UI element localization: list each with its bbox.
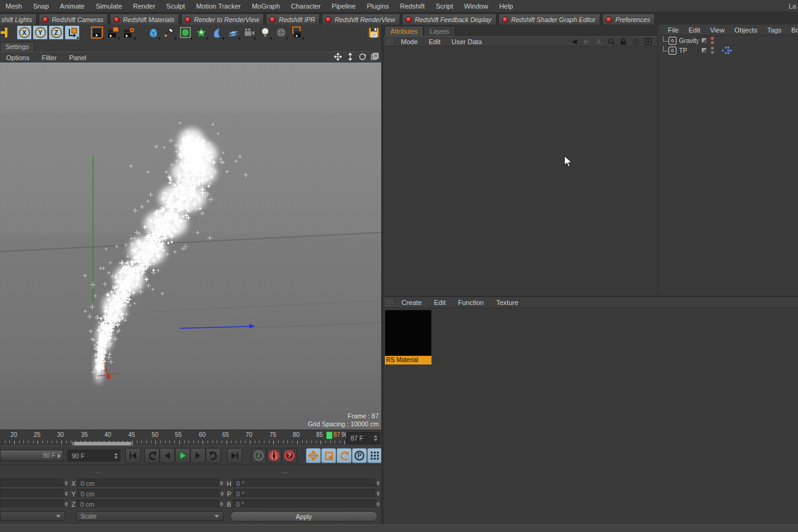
key-scale-toggle[interactable]	[321, 448, 336, 463]
rotation-h-field[interactable]: 0 °	[233, 479, 375, 488]
timeline-ruler[interactable]: 20 25 30 35 40 45 50 55 60 65 70 75 80 8…	[0, 430, 381, 446]
target-icon[interactable]: ◎	[632, 37, 640, 45]
position-z-field[interactable]: 0 cm	[77, 499, 219, 509]
scale-mode-dropdown[interactable]: Scale	[76, 511, 223, 521]
viewport-canvas[interactable]: Frame : 87 Grid Spacing : 10000 cm	[0, 63, 381, 430]
lock-icon[interactable]	[619, 37, 627, 45]
material-thumbnail[interactable]	[385, 310, 432, 356]
object-mode-dropdown[interactable]	[0, 511, 65, 521]
tab-layers[interactable]: Layers	[424, 26, 455, 36]
om-menu-tags[interactable]: Tags	[762, 26, 786, 34]
mat-menu-texture[interactable]: Texture	[490, 299, 524, 306]
rotate-view-icon[interactable]	[358, 52, 366, 61]
lock-y-axis-button[interactable]: Y	[33, 25, 48, 40]
play-button[interactable]	[175, 448, 190, 463]
menu-simulate[interactable]: Simulate	[90, 0, 128, 12]
menu-character[interactable]: Character	[285, 0, 326, 12]
spline-pen-button[interactable]	[161, 25, 177, 40]
position-y-field[interactable]: 0 cm	[77, 489, 219, 498]
tab-preferences[interactable]: Preferences	[602, 13, 655, 25]
timeline-power-slider[interactable]: 90 F	[0, 450, 63, 461]
toggle-view-layout-icon[interactable]	[370, 52, 379, 61]
key-rotation-toggle[interactable]	[336, 448, 352, 463]
tab-redshift-materials[interactable]: Redshift Materials	[110, 13, 179, 25]
end-frame-field[interactable]: 90 F	[68, 450, 120, 461]
key-parameter-toggle[interactable]: P	[352, 448, 367, 463]
light-button[interactable]	[257, 25, 273, 40]
tab-redshift-renderview[interactable]: Redshift RenderView	[322, 13, 400, 25]
render-to-picture-viewer-button[interactable]	[105, 25, 120, 40]
mat-menu-function[interactable]: Function	[452, 299, 490, 306]
frame-field-spinner[interactable]	[374, 435, 378, 441]
tab-attributes[interactable]: Attributes	[384, 26, 424, 36]
apply-button[interactable]: Apply	[230, 511, 378, 522]
previous-frame-button[interactable]	[160, 448, 175, 463]
camera-button[interactable]	[241, 25, 257, 40]
viewport-menu-filter[interactable]: Filter	[36, 54, 63, 61]
menu-mograph[interactable]: MoGraph	[246, 0, 285, 12]
menu-redshift[interactable]: Redshift	[395, 0, 430, 12]
menu-script[interactable]: Script	[430, 0, 459, 12]
preview-range-scrollbar[interactable]	[72, 442, 133, 445]
menu-window[interactable]: Window	[459, 0, 494, 12]
key-position-toggle[interactable]	[306, 448, 321, 463]
menu-motion-tracker[interactable]: Motion Tracker	[190, 0, 246, 12]
next-frame-button[interactable]	[190, 448, 206, 463]
menu-mesh[interactable]: Mesh	[0, 0, 28, 12]
spinner[interactable]	[219, 481, 225, 485]
render-settings-small-button[interactable]	[289, 25, 304, 40]
attr-menu-user-data[interactable]: User Data	[446, 38, 488, 45]
deformer-button[interactable]	[209, 25, 225, 40]
object-row-gravity[interactable]: 0 Gravity	[659, 36, 798, 45]
search-icon[interactable]	[607, 37, 615, 45]
generators-button[interactable]	[193, 25, 209, 40]
history-forward-icon[interactable]: ▶	[583, 37, 591, 45]
spinner[interactable]	[63, 481, 69, 485]
spinner[interactable]	[63, 492, 69, 496]
visibility-dots[interactable]	[711, 47, 714, 54]
add-cube-primitive-button[interactable]	[145, 25, 161, 40]
viewport-menu-options[interactable]: Options	[0, 54, 36, 61]
auto-mode-icon[interactable]: A	[595, 37, 603, 45]
play-forwards-button[interactable]	[206, 448, 221, 463]
coord-extra-field-x[interactable]	[0, 479, 63, 488]
layer-chip[interactable]	[701, 47, 708, 54]
tab-redshift-ipr[interactable]: Redshift IPR	[266, 13, 320, 25]
subdivision-surface-button[interactable]	[177, 25, 193, 40]
menu-pipeline[interactable]: Pipeline	[326, 0, 361, 12]
spinner[interactable]	[375, 502, 381, 506]
rotation-b-field[interactable]: 0 °	[233, 499, 375, 509]
menu-sculpt[interactable]: Sculpt	[161, 0, 191, 12]
panel-grip-icon[interactable]	[386, 38, 394, 45]
tab-redshift-cameras[interactable]: Redshift Cameras	[39, 13, 108, 25]
om-menu-bookmarks[interactable]: Bookmar	[786, 26, 798, 34]
menu-plugins[interactable]: Plugins	[361, 0, 394, 12]
save-button[interactable]	[367, 26, 381, 39]
spinner[interactable]	[63, 502, 69, 506]
layer-chip[interactable]	[701, 37, 708, 44]
keyframe-selection-button[interactable]: ?	[282, 448, 297, 463]
current-frame-field[interactable]: 87 F	[346, 432, 380, 444]
goto-end-button[interactable]	[227, 448, 242, 463]
history-back-icon[interactable]: ◀	[570, 37, 578, 45]
play-backwards-button[interactable]	[144, 448, 160, 463]
om-menu-file[interactable]: File	[663, 26, 684, 34]
menu-help[interactable]: Help	[494, 0, 519, 12]
viewport-settings-tab[interactable]: Settings	[0, 42, 34, 52]
lock-z-axis-button[interactable]: Z	[48, 25, 64, 40]
tab-redshift-lights[interactable]: shift Lights	[0, 13, 37, 25]
autokeying-button[interactable]: ( )	[266, 448, 282, 463]
new-panel-icon[interactable]	[644, 37, 652, 45]
menu-snap[interactable]: Snap	[28, 0, 55, 12]
mat-menu-edit[interactable]: Edit	[428, 299, 452, 306]
panel-grip-icon[interactable]	[386, 299, 394, 306]
render-view-button[interactable]	[89, 25, 104, 40]
tab-redshift-shader-graph-editor[interactable]: Redshift Shader Graph Editor	[498, 13, 601, 25]
om-menu-view[interactable]: View	[705, 26, 730, 34]
tab-render-to-renderview[interactable]: Render to RenderView	[181, 13, 264, 25]
spinner[interactable]	[219, 492, 225, 496]
sky-button[interactable]	[273, 25, 289, 40]
spinner[interactable]	[375, 481, 381, 485]
material-swatch[interactable]: RS Material	[385, 310, 432, 364]
om-menu-objects[interactable]: Objects	[729, 26, 762, 34]
